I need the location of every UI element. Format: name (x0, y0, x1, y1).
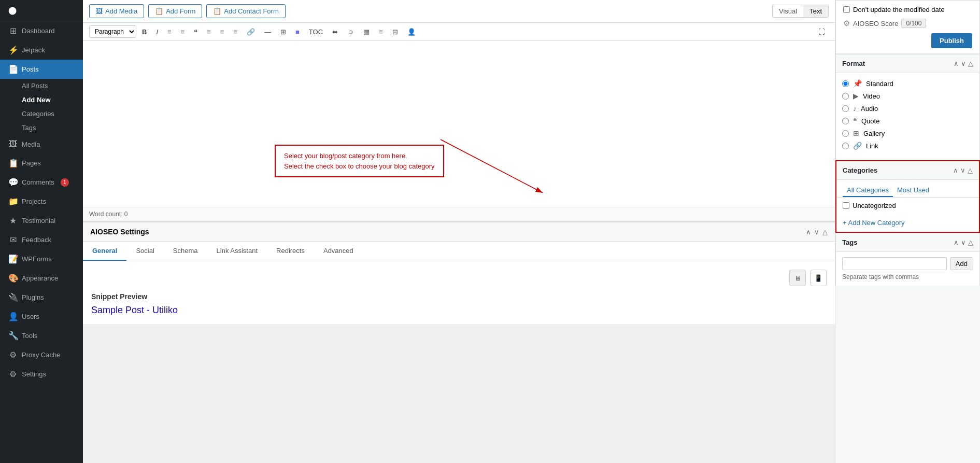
category-checkbox-uncategorized[interactable] (843, 202, 849, 209)
add-contact-form-button[interactable]: 📋 Add Contact Form (206, 4, 286, 18)
visual-tab[interactable]: Visual (773, 5, 803, 17)
collapse-icon[interactable]: △ (968, 166, 973, 174)
align-center-button[interactable]: ≡ (217, 26, 228, 38)
tags-input[interactable] (842, 257, 947, 270)
bold-button[interactable]: B (138, 26, 150, 38)
sidebar-item-plugins[interactable]: 🔌 Plugins (0, 288, 83, 307)
fullscreen-button[interactable]: ⛶ (815, 26, 829, 38)
more-button[interactable]: ⬌ (329, 26, 342, 38)
chevron-up-icon[interactable]: ∧ (954, 60, 959, 67)
sidebar-item-testimonial[interactable]: ★ Testimonial (0, 211, 83, 230)
tab-advanced[interactable]: Advanced (314, 242, 363, 261)
sidebar-item-label: Feedback (22, 236, 51, 244)
format-radio-audio[interactable] (842, 105, 849, 112)
format-radio-quote[interactable] (842, 118, 849, 124)
tab-social[interactable]: Social (126, 242, 163, 261)
unordered-list-button[interactable]: ≡ (177, 26, 189, 38)
paragraph-select[interactable]: Paragraph (89, 25, 136, 38)
aioseo-settings: AIOSEO Settings ∧ ∨ △ General Social Sch… (83, 221, 835, 324)
media-icon-btn: 🖼 (96, 7, 103, 15)
sidebar-item-wpforms[interactable]: 📝 WPForms (0, 249, 83, 269)
categories-panel-controls: ∧ ∨ △ (953, 166, 973, 174)
format-radio-standard[interactable] (842, 80, 849, 87)
sidebar-item-posts[interactable]: 📄 Posts (0, 60, 83, 79)
chevron-down-icon[interactable]: ∨ (960, 166, 965, 174)
sidebar-item-jetpack[interactable]: ⚡ Jetpack (0, 40, 83, 60)
sidebar-item-label: Projects (22, 198, 46, 205)
italic-button[interactable]: I (152, 26, 162, 38)
smiley-button[interactable]: ☺ (344, 26, 358, 38)
collapse-icon[interactable]: △ (822, 228, 828, 236)
publish-area: Don't update the modified date ⚙ AIOSEO … (836, 1, 979, 54)
sidebar-subitem-categories[interactable]: Categories (0, 107, 83, 121)
tags-panel: Tags ∧ ∨ △ Add Separate tags with commas (835, 233, 980, 286)
link-button[interactable]: 🔗 (243, 26, 259, 38)
color-button[interactable]: ■ (292, 26, 303, 38)
format-radio-gallery[interactable] (842, 130, 849, 137)
sidebar-item-tools[interactable]: 🔧 Tools (0, 326, 83, 345)
toc-button[interactable]: TOC (305, 26, 326, 38)
align-left-button[interactable]: ≡ (203, 26, 215, 38)
add-form-button[interactable]: 📋 Add Form (148, 4, 202, 18)
sidebar-item-users[interactable]: 👤 Users (0, 307, 83, 326)
format-radio-link[interactable] (842, 143, 849, 149)
sidebar-item-proxy-cache[interactable]: ⚙ Proxy Cache (0, 345, 83, 364)
chevron-down-icon[interactable]: ∨ (961, 238, 966, 246)
chevron-up-icon[interactable]: ∧ (954, 238, 959, 246)
desktop-icon-btn[interactable]: 🖥 (789, 270, 806, 286)
dont-update-checkbox[interactable] (843, 6, 850, 13)
add-media-label: Add Media (105, 7, 137, 15)
aioseo-header[interactable]: AIOSEO Settings ∧ ∨ △ (83, 222, 835, 242)
sidebar-item-dashboard[interactable]: ⊞ Dashboard (0, 21, 83, 40)
chevron-up-icon[interactable]: ∧ (806, 228, 811, 236)
horizontal-rule-button[interactable]: — (261, 26, 275, 38)
align-right-button[interactable]: ≡ (230, 26, 241, 38)
sidebar-item-media[interactable]: 🖼 Media (0, 135, 83, 153)
tags-add-button[interactable]: Add (950, 257, 973, 270)
sidebar-subitem-add-new[interactable]: Add New (0, 93, 83, 107)
collapse-icon[interactable]: △ (968, 60, 973, 67)
word-count-bar: Word count: 0 (83, 207, 835, 221)
format-toolbar: Paragraph B I ≡ ≡ ❝ ≡ ≡ ≡ 🔗 — ⊞ ■ TOC ⬌ … (83, 23, 835, 41)
user-button[interactable]: 👤 (404, 26, 419, 38)
sidebar-subitem-all-posts[interactable]: All Posts (0, 79, 83, 93)
add-media-button[interactable]: 🖼 Add Media (89, 4, 144, 18)
tab-schema[interactable]: Schema (164, 242, 207, 261)
chevron-up-icon[interactable]: ∧ (953, 166, 958, 174)
tab-redirects[interactable]: Redirects (267, 242, 314, 261)
users-icon: 👤 (8, 312, 18, 321)
format-radio-video[interactable] (842, 93, 849, 100)
text-tab[interactable]: Text (803, 5, 828, 17)
sidebar-item-settings[interactable]: ⚙ Settings (0, 364, 83, 384)
categories-panel-header[interactable]: Categories ∧ ∨ △ (836, 161, 979, 180)
format-panel-header[interactable]: Format ∧ ∨ △ (836, 54, 979, 73)
blockquote-button[interactable]: ❝ (190, 26, 201, 38)
tab-link-assistant[interactable]: Link Assistant (207, 242, 267, 261)
sidebar-item-label: Testimonial (22, 217, 55, 225)
mobile-icon-btn[interactable]: 📱 (810, 270, 827, 286)
cat-tab-all[interactable]: All Categories (843, 184, 893, 197)
row-button[interactable]: ≡ (375, 26, 387, 38)
publish-button[interactable]: Publish (931, 33, 972, 48)
cat-tab-most-used[interactable]: Most Used (893, 184, 933, 197)
add-new-category-link[interactable]: + Add New Category (836, 217, 979, 232)
columns-button[interactable]: ⊟ (389, 26, 402, 38)
tab-general[interactable]: General (83, 242, 126, 261)
ordered-list-button[interactable]: ≡ (164, 26, 175, 38)
collapse-icon[interactable]: △ (968, 238, 973, 246)
link-label: Link (866, 142, 878, 150)
sidebar-item-comments[interactable]: 💬 Comments 1 (0, 173, 83, 192)
sidebar-subitem-tags[interactable]: Tags (0, 121, 83, 135)
format-option-audio: ♪ Audio (842, 104, 973, 113)
format-option-link: 🔗 Link (842, 142, 973, 150)
editor-content[interactable]: Select your blog/post category from here… (83, 41, 835, 207)
sidebar-item-projects[interactable]: 📁 Projects (0, 192, 83, 211)
sidebar-item-pages[interactable]: 📋 Pages (0, 153, 83, 173)
bar-chart-button[interactable]: ▦ (360, 26, 373, 38)
tags-panel-header[interactable]: Tags ∧ ∨ △ (836, 233, 979, 252)
table-button[interactable]: ⊞ (277, 26, 290, 38)
chevron-down-icon[interactable]: ∨ (814, 228, 819, 236)
sidebar-item-feedback[interactable]: ✉ Feedback (0, 230, 83, 249)
chevron-down-icon[interactable]: ∨ (961, 60, 966, 67)
sidebar-item-appearance[interactable]: 🎨 Appearance (0, 269, 83, 288)
